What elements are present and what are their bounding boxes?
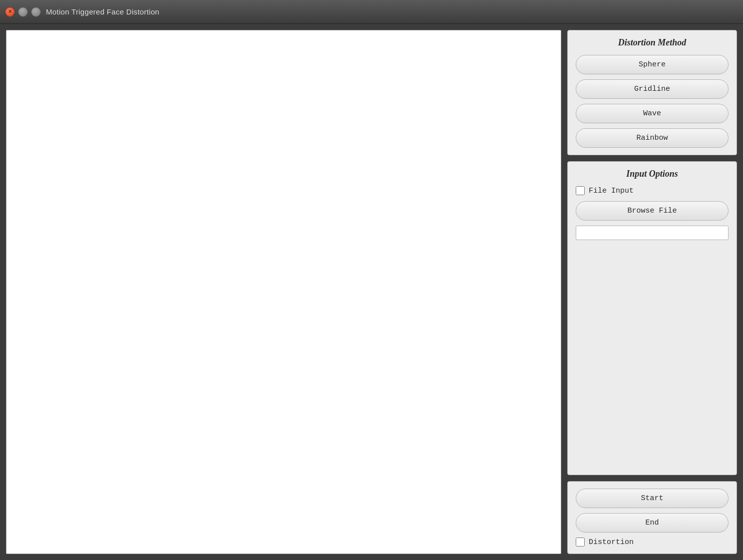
minimize-button[interactable]	[18, 7, 28, 17]
file-input-checkbox[interactable]	[576, 186, 585, 195]
gridline-button[interactable]: Gridline	[576, 79, 729, 99]
rainbow-button[interactable]: Rainbow	[576, 128, 729, 148]
sphere-button[interactable]: Sphere	[576, 55, 729, 74]
video-panel	[6, 30, 561, 554]
end-button[interactable]: End	[576, 513, 729, 533]
maximize-button[interactable]	[31, 7, 41, 17]
distortion-method-panel: Distortion Method Sphere Gridline Wave R…	[567, 30, 737, 155]
controls-panel: Start End Distortion	[567, 481, 737, 554]
window-controls: ×	[5, 7, 41, 17]
file-path-input[interactable]	[576, 226, 729, 240]
browse-file-button[interactable]: Browse File	[576, 201, 729, 221]
input-options-panel: Input Options File Input Browse File	[567, 161, 737, 475]
window-title: Motion Triggered Face Distortion	[46, 7, 159, 16]
close-button[interactable]: ×	[5, 7, 15, 17]
file-input-label: File Input	[589, 187, 634, 195]
input-options-title: Input Options	[576, 169, 729, 179]
file-input-row: File Input	[576, 186, 729, 195]
distortion-checkbox[interactable]	[576, 538, 585, 547]
distortion-label: Distortion	[589, 538, 634, 547]
title-bar: × Motion Triggered Face Distortion	[0, 0, 743, 24]
start-button[interactable]: Start	[576, 489, 729, 508]
main-content: Distortion Method Sphere Gridline Wave R…	[0, 24, 743, 560]
distortion-method-title: Distortion Method	[576, 37, 729, 48]
right-panel: Distortion Method Sphere Gridline Wave R…	[567, 30, 737, 554]
distortion-row: Distortion	[576, 538, 729, 547]
wave-button[interactable]: Wave	[576, 104, 729, 123]
